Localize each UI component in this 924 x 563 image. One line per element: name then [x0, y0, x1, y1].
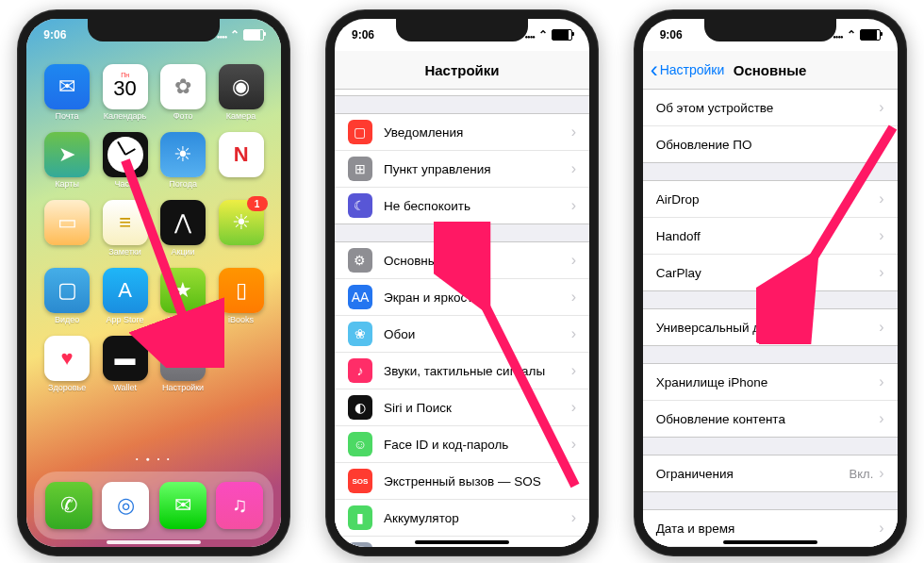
- row-icon: ⚙: [348, 248, 372, 273]
- row-icon: ◐: [348, 395, 372, 420]
- row-icon: ♪: [348, 358, 372, 383]
- chevron-icon: ›: [571, 124, 576, 141]
- back-button[interactable]: Настройки: [651, 62, 725, 77]
- app-icon: ☀1: [219, 200, 264, 245]
- app-label: Фото: [173, 111, 193, 121]
- row-icon: ⊞: [348, 157, 372, 181]
- app-label: Настройки: [162, 383, 204, 392]
- row-label: Дата и время: [656, 522, 880, 536]
- app-icon: ▢: [44, 268, 90, 313]
- row-Уведомления[interactable]: ▢Уведомления›: [335, 114, 589, 151]
- app-Фото[interactable]: ✿Фото: [154, 64, 212, 130]
- app-label: Почта: [56, 111, 79, 121]
- app-icon: ▭: [44, 200, 90, 245]
- row-label: Ограничения: [656, 467, 850, 481]
- nav-bar: Настройки: [335, 51, 589, 90]
- app-Карты[interactable]: ➤Карты: [38, 132, 96, 198]
- row-icon: AА: [348, 285, 372, 309]
- app-label: Видео: [55, 315, 79, 324]
- chevron-icon: ›: [571, 546, 576, 547]
- battery-icon: [243, 29, 264, 41]
- phone-general: 9:06 Настройки Основные Об этом устройст…: [634, 9, 907, 556]
- chevron-icon: ›: [571, 197, 576, 214]
- chevron-icon: ›: [879, 410, 883, 427]
- svg-line-1: [453, 240, 575, 486]
- chevron-icon: ›: [571, 509, 576, 526]
- chevron-icon: ›: [879, 520, 883, 537]
- app-label: Карты: [55, 179, 79, 189]
- row-label: Обновление контента: [656, 412, 880, 426]
- phone-home: 9:06 ✉ПочтаПн30Календарь✿Фото◉Камера➤Кар…: [17, 9, 290, 556]
- row-icon: ☾: [348, 193, 372, 218]
- status-time: 9:06: [352, 28, 374, 41]
- page-title: Настройки: [424, 62, 499, 78]
- app-icon: N: [219, 132, 264, 177]
- app-Здоровье[interactable]: ♥Здоровье: [38, 336, 96, 402]
- row-icon: ✋: [348, 542, 372, 547]
- instruction-arrow: [756, 108, 898, 344]
- wifi-icon: [230, 28, 239, 41]
- dock-app-2[interactable]: ✉: [159, 482, 206, 529]
- svg-line-0: [125, 160, 191, 339]
- dock: ✆◎✉♫: [34, 472, 273, 539]
- app-Почта[interactable]: ✉Почта: [38, 64, 96, 130]
- app-icon: ♥: [44, 336, 90, 381]
- row-Не-беспокоить[interactable]: ☾Не беспокоить›: [335, 188, 589, 224]
- dock-app-1[interactable]: ◎: [102, 482, 149, 529]
- home-indicator: [723, 540, 817, 544]
- svg-line-2: [775, 127, 893, 321]
- row-icon: ▢: [348, 120, 372, 144]
- battery-icon: [552, 29, 572, 41]
- row-icon: ❀: [348, 322, 372, 346]
- app-label: Wallet: [113, 383, 137, 392]
- app-Видео[interactable]: ▢Видео: [38, 268, 96, 334]
- row-icon: ▮: [348, 505, 372, 530]
- app-icon: Пн30: [103, 64, 148, 109]
- row-icon: SOS: [348, 469, 372, 493]
- app-icon: ➤: [44, 132, 90, 177]
- row-label: Пункт управления: [384, 162, 571, 176]
- app-Календарь[interactable]: Пн30Календарь: [96, 64, 155, 130]
- wifi-icon: [847, 28, 856, 41]
- row-label: Не беспокоить: [384, 199, 571, 213]
- instruction-arrow: [434, 222, 589, 505]
- notch: [88, 19, 220, 41]
- row-Хранилище-iPhone[interactable]: Хранилище iPhone›: [643, 364, 898, 401]
- row-Обновление-контента[interactable]: Обновление контента›: [643, 401, 898, 437]
- notch: [704, 19, 836, 41]
- app-icon: ✉: [44, 64, 90, 109]
- status-time: 9:06: [660, 28, 683, 41]
- chevron-icon: ›: [571, 160, 576, 177]
- row-Ограничения[interactable]: ОграниченияВкл.›: [643, 455, 898, 491]
- app-label: iBooks: [228, 315, 254, 324]
- app-label: Камера: [226, 111, 256, 121]
- app-icon: ◉: [219, 64, 264, 109]
- dock-app-0[interactable]: ✆: [45, 482, 92, 529]
- status-time: 9:06: [43, 28, 66, 41]
- row-label: Хранилище iPhone: [656, 375, 880, 389]
- row-value: Вкл.: [850, 467, 874, 481]
- page-dots: • ● • •: [26, 455, 281, 462]
- app-8[interactable]: ▭: [38, 200, 96, 266]
- home-indicator: [107, 540, 201, 544]
- row-icon: ☺: [348, 432, 372, 456]
- notch: [396, 19, 528, 41]
- app-Камера[interactable]: ◉Камера: [212, 64, 271, 130]
- instruction-arrow: [111, 151, 224, 368]
- row-Пункт-управления[interactable]: ⊞Пункт управления›: [335, 151, 589, 188]
- chevron-icon: ›: [879, 465, 883, 482]
- app-label: Календарь: [104, 111, 146, 121]
- app-icon: ▯: [219, 268, 264, 313]
- dock-app-3[interactable]: ♫: [216, 482, 263, 529]
- home-indicator: [415, 540, 509, 544]
- battery-icon: [860, 29, 881, 41]
- chevron-icon: ›: [879, 373, 883, 390]
- row-Оператор[interactable]: ☎ОператорMTS ROS›: [335, 89, 589, 95]
- page-title: Основные: [734, 62, 807, 78]
- row-label: Уведомления: [384, 125, 571, 140]
- row-Аккумулятор[interactable]: ▮Аккумулятор›: [335, 500, 589, 537]
- wifi-icon: [538, 28, 548, 41]
- badge: 1: [247, 196, 268, 211]
- row-label: Аккумулятор: [384, 511, 571, 525]
- phone-settings: 9:06 Настройки ☎ОператорMTS ROS›▢Уведомл…: [325, 9, 599, 556]
